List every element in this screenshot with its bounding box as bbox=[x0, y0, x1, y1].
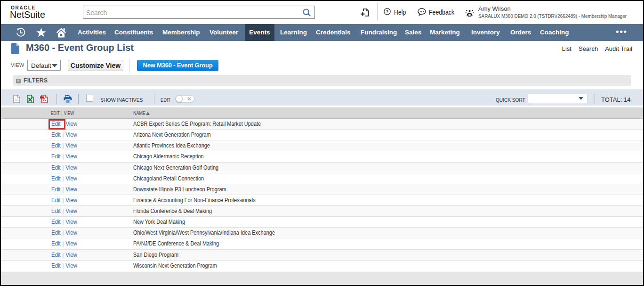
svg-text:?: ? bbox=[386, 9, 389, 14]
